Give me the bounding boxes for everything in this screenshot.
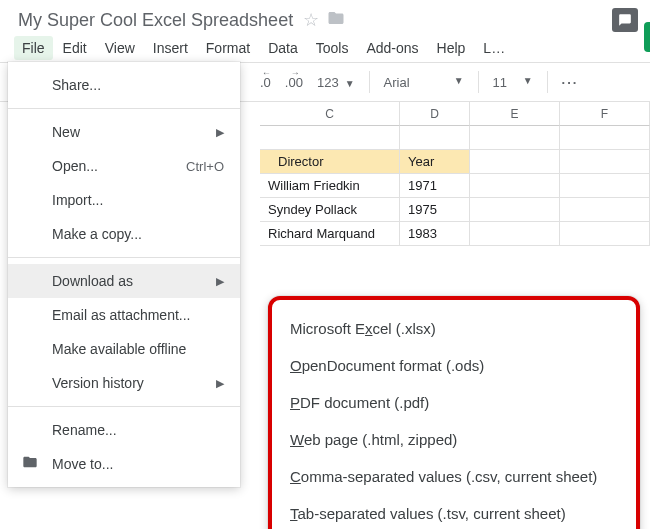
star-icon[interactable]: ☆ [303, 9, 319, 31]
cell[interactable] [560, 150, 650, 174]
menu-item-share[interactable]: Share... [8, 68, 240, 102]
download-as-submenu: Microsoft Excel (.xlsx) OpenDocument for… [268, 296, 640, 529]
download-csv[interactable]: Comma-separated values (.csv, current sh… [272, 458, 636, 495]
menu-tools[interactable]: Tools [308, 36, 357, 60]
file-menu-dropdown: Share... New▶ Open...Ctrl+O Import... Ma… [8, 62, 240, 487]
cell-director[interactable]: William Friedkin [260, 174, 400, 198]
download-ods[interactable]: OpenDocument format (.ods) [272, 347, 636, 384]
download-pdf[interactable]: PDF document (.pdf) [272, 384, 636, 421]
more-toolbar-button[interactable]: ··· [562, 75, 579, 90]
cell[interactable] [470, 174, 560, 198]
menu-help[interactable]: Help [429, 36, 474, 60]
column-header-f[interactable]: F [560, 102, 650, 126]
header-director[interactable]: Director [260, 150, 400, 174]
comments-button[interactable] [612, 8, 638, 32]
menu-insert[interactable]: Insert [145, 36, 196, 60]
menu-separator [8, 108, 240, 109]
menu-bar: File Edit View Insert Format Data Tools … [0, 34, 650, 62]
table-row: Richard Marquand 1983 [260, 222, 650, 246]
increase-decimal-button[interactable]: →.00 [285, 75, 303, 90]
menu-view[interactable]: View [97, 36, 143, 60]
cell-director[interactable]: Syndey Pollack [260, 198, 400, 222]
font-size-dropdown[interactable]: 11▼ [493, 75, 533, 90]
number-format-dropdown[interactable]: 123▼ [317, 75, 355, 90]
folder-icon [22, 454, 38, 474]
menu-data[interactable]: Data [260, 36, 306, 60]
cell[interactable] [560, 222, 650, 246]
cell[interactable] [470, 126, 560, 150]
menu-last-edit[interactable]: L… [475, 36, 513, 60]
download-xlsx[interactable]: Microsoft Excel (.xlsx) [272, 310, 636, 347]
cell[interactable] [560, 174, 650, 198]
menu-separator [8, 257, 240, 258]
table-row [260, 126, 650, 150]
menu-item-make-copy[interactable]: Make a copy... [8, 217, 240, 251]
table-header-row: Director Year [260, 150, 650, 174]
cell-year[interactable]: 1983 [400, 222, 470, 246]
cell-year[interactable]: 1975 [400, 198, 470, 222]
menu-item-make-offline[interactable]: Make available offline [8, 332, 240, 366]
cell[interactable] [400, 126, 470, 150]
toolbar-separator [478, 71, 479, 93]
menu-separator [8, 406, 240, 407]
header-year[interactable]: Year [400, 150, 470, 174]
menu-format[interactable]: Format [198, 36, 258, 60]
menu-item-new[interactable]: New▶ [8, 115, 240, 149]
menu-file[interactable]: File [14, 36, 53, 60]
shortcut-label: Ctrl+O [186, 159, 224, 174]
menu-item-email-attachment[interactable]: Email as attachment... [8, 298, 240, 332]
menu-item-download-as[interactable]: Download as▶ [8, 264, 240, 298]
decrease-decimal-button[interactable]: ←.0 [260, 75, 271, 90]
cell[interactable] [560, 126, 650, 150]
column-header-e[interactable]: E [470, 102, 560, 126]
menu-edit[interactable]: Edit [55, 36, 95, 60]
cell[interactable] [470, 198, 560, 222]
font-dropdown[interactable]: Arial▼ [384, 75, 464, 90]
cell-year[interactable]: 1971 [400, 174, 470, 198]
column-header-c[interactable]: C [260, 102, 400, 126]
menu-item-import[interactable]: Import... [8, 183, 240, 217]
download-tsv[interactable]: Tab-separated values (.tsv, current shee… [272, 495, 636, 529]
menu-addons[interactable]: Add-ons [358, 36, 426, 60]
document-title[interactable]: My Super Cool Excel Spreadsheet [18, 10, 293, 31]
cell[interactable] [470, 150, 560, 174]
move-folder-icon[interactable] [327, 9, 345, 32]
cell[interactable] [470, 222, 560, 246]
menu-item-version-history[interactable]: Version history▶ [8, 366, 240, 400]
cell-director[interactable]: Richard Marquand [260, 222, 400, 246]
menu-item-rename[interactable]: Rename... [8, 413, 240, 447]
download-html[interactable]: Web page (.html, zipped) [272, 421, 636, 458]
column-headers: C D E F [260, 102, 650, 126]
toolbar-separator [547, 71, 548, 93]
share-button-edge[interactable] [644, 22, 650, 52]
toolbar-separator [369, 71, 370, 93]
table-row: William Friedkin 1971 [260, 174, 650, 198]
cell[interactable] [260, 126, 400, 150]
column-header-d[interactable]: D [400, 102, 470, 126]
menu-item-move-to[interactable]: Move to... [8, 447, 240, 481]
menu-item-open[interactable]: Open...Ctrl+O [8, 149, 240, 183]
table-row: Syndey Pollack 1975 [260, 198, 650, 222]
cell[interactable] [560, 198, 650, 222]
